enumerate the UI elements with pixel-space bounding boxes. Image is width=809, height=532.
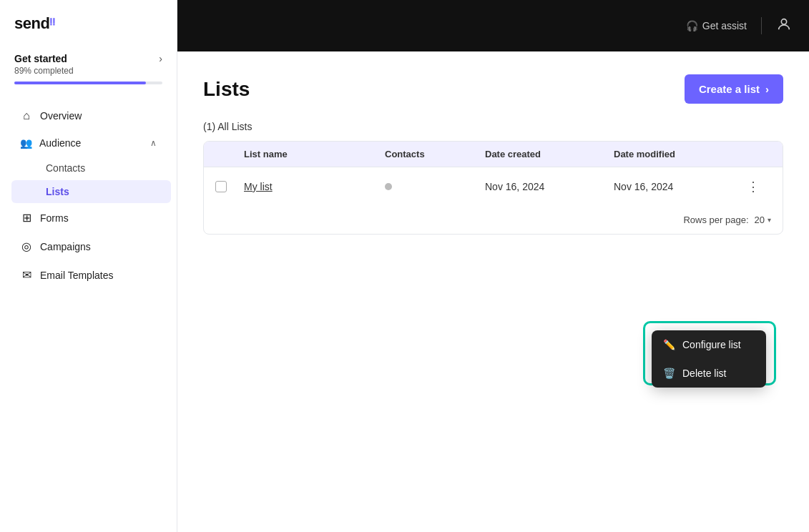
sidebar-item-campaigns[interactable]: ◎ Campaigns	[6, 232, 171, 260]
table-row: My list Nov 16, 2024 Nov 16, 2024 ⋮	[204, 167, 783, 206]
get-started-chevron: ›	[159, 53, 162, 64]
delete-list-label: Delete list	[682, 368, 726, 379]
row-checkbox[interactable]	[215, 181, 227, 192]
sidebar-item-email-templates-label: Email Templates	[40, 270, 113, 281]
context-menu-delete[interactable]: 🗑️ Delete list	[652, 359, 766, 388]
create-list-btn-label: Create a list	[699, 83, 760, 95]
page-title: Lists	[203, 78, 250, 101]
main-content: 🎧 Get assist Lists Create a list › (1) A…	[177, 0, 809, 532]
forms-icon: ⊞	[20, 211, 33, 225]
rows-per-page-caret: ▾	[768, 216, 771, 224]
audience-icon: 👥	[20, 137, 32, 149]
audience-sub-items: Contacts Lists	[0, 157, 177, 203]
topbar: 🎧 Get assist	[177, 0, 809, 51]
sidebar-nav: ⌂ Overview 👥 Audience ∧ Contacts Lists ⊞…	[0, 96, 177, 532]
rows-per-page-select[interactable]: 20 ▾	[755, 215, 771, 225]
sidebar-item-audience-label: Audience	[39, 137, 81, 149]
header-list-name: List name	[244, 149, 385, 159]
logo: sendᵎᵎ	[0, 0, 177, 44]
context-menu-configure[interactable]: ✏️ Configure list	[652, 330, 766, 359]
configure-list-label: Configure list	[682, 339, 741, 350]
sidebar-item-email-templates[interactable]: ✉ Email Templates	[6, 261, 171, 289]
progress-bar-bg	[14, 82, 162, 84]
sidebar-item-forms[interactable]: ⊞ Forms	[6, 204, 171, 232]
svg-point-0	[781, 19, 786, 24]
get-started-section[interactable]: Get started › 89% completed	[0, 44, 177, 96]
sidebar-item-forms-label: Forms	[40, 212, 69, 224]
headset-icon: 🎧	[686, 20, 698, 31]
logo-bars: ᵎᵎ	[49, 14, 54, 32]
header-date-created: Date created	[485, 149, 614, 159]
delete-icon: 🗑️	[663, 368, 675, 379]
sidebar-item-audience[interactable]: 👥 Audience ∧	[6, 130, 171, 156]
lists-table: List name Contacts Date created Date mod…	[203, 141, 783, 235]
sidebar-item-lists-label: Lists	[46, 186, 69, 197]
context-menu: ✏️ Configure list 🗑️ Delete list	[652, 330, 766, 388]
email-icon: ✉	[20, 268, 33, 282]
header-actions	[742, 149, 771, 159]
row-date-modified: Nov 16, 2024	[614, 181, 742, 192]
list-count-label: (1) All Lists	[203, 121, 783, 132]
create-list-btn-chevron: ›	[765, 83, 769, 95]
audience-chevron: ∧	[150, 138, 157, 148]
table-header: List name Contacts Date created Date mod…	[204, 142, 783, 167]
get-started-percent: 89% completed	[14, 66, 162, 76]
topbar-divider	[761, 17, 762, 34]
progress-bar-fill	[14, 82, 146, 84]
header-date-modified: Date modified	[614, 149, 742, 159]
rows-per-page-label: Rows per page:	[683, 215, 748, 225]
configure-icon: ✏️	[663, 339, 675, 350]
row-date-created: Nov 16, 2024	[485, 181, 614, 192]
rows-per-page-value: 20	[755, 215, 765, 225]
sidebar: sendᵎᵎ Get started › 89% completed ⌂ Ove…	[0, 0, 177, 532]
home-icon: ⌂	[20, 109, 33, 122]
list-name-link[interactable]: My list	[244, 181, 273, 192]
contact-count-indicator	[385, 183, 392, 190]
content-area: Lists Create a list › (1) All Lists List…	[177, 51, 809, 532]
table-footer: Rows per page: 20 ▾	[204, 206, 783, 234]
row-actions-cell: ⋮	[742, 177, 771, 196]
user-icon-btn[interactable]	[776, 16, 792, 36]
row-checkbox-cell[interactable]	[215, 181, 244, 192]
row-list-name[interactable]: My list	[244, 181, 385, 192]
sidebar-item-campaigns-label: Campaigns	[40, 241, 91, 252]
get-assist-btn[interactable]: 🎧 Get assist	[686, 20, 747, 31]
sidebar-item-contacts[interactable]: Contacts	[11, 157, 171, 179]
header-contacts: Contacts	[385, 149, 485, 159]
get-assist-label: Get assist	[702, 20, 747, 31]
page-header: Lists Create a list ›	[203, 74, 783, 104]
sidebar-item-lists[interactable]: Lists	[11, 180, 171, 203]
row-contacts	[385, 183, 485, 190]
create-list-button[interactable]: Create a list ›	[685, 74, 783, 104]
sidebar-item-contacts-label: Contacts	[46, 162, 85, 174]
row-actions-menu-btn[interactable]: ⋮	[742, 177, 764, 196]
sidebar-item-overview-label: Overview	[40, 110, 82, 122]
sidebar-item-overview[interactable]: ⌂ Overview	[6, 102, 171, 129]
header-checkbox-cell	[215, 149, 244, 159]
get-started-title: Get started	[14, 53, 67, 64]
campaigns-icon: ◎	[20, 240, 33, 253]
